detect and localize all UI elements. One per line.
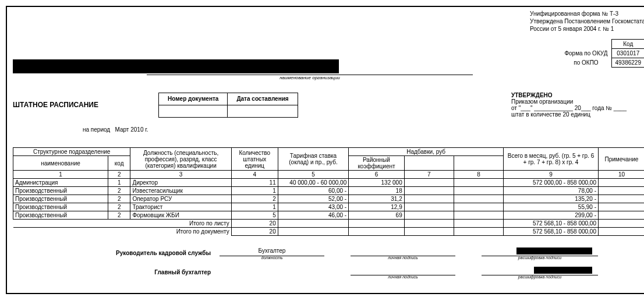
cell-total: 572 000,00 - 858 000,00 (503, 179, 598, 187)
cell-dept: Администрация (13, 179, 108, 187)
hr-label: Руководитель кадровой службы (13, 250, 217, 256)
col-district: Районный коэффициент (349, 156, 405, 171)
cell-dk: 18 (349, 187, 405, 195)
caption-decode: расшифровка подписи (482, 256, 598, 260)
colnum: 8 (454, 171, 503, 179)
redacted-signature (534, 267, 592, 274)
table-row: Производственный2Известегасильщик160,00 … (13, 187, 645, 195)
cell-code: 2 (108, 187, 130, 195)
cell-c7 (404, 187, 454, 195)
col-name: наименование (13, 156, 108, 171)
doc-date-label: Дата составления (228, 93, 298, 105)
colnum: 3 (130, 171, 231, 179)
total-sheet-label: Итого по листу (13, 220, 232, 228)
col-note: Примечание (598, 148, 644, 171)
cell-pos: Директор (130, 179, 231, 187)
table-row: Производственный2Тракторист143,00 -12,95… (13, 203, 645, 211)
caption-position: должность (220, 256, 324, 260)
colnum: 6 (349, 171, 405, 179)
cell-c8 (454, 211, 503, 220)
cell-dk: 31,2 (349, 195, 405, 203)
cell-rate: 43,00 - (278, 203, 348, 211)
col-7 (404, 156, 454, 171)
colnum: 7 (404, 171, 454, 179)
hr-position-field: Бухгалтер должность (220, 248, 324, 256)
cell-total: 78,00 - (503, 187, 598, 195)
acc-label: Главный бухгалтер (13, 269, 217, 275)
period-block: на период Март 2010 г. (83, 126, 644, 133)
cell-note (598, 195, 644, 203)
form-header: Унифицированная форма № Т-3 Утверждена П… (530, 10, 644, 33)
document-form: Унифицированная форма № Т-3 Утверждена П… (6, 6, 644, 294)
colnum: 9 (503, 171, 598, 179)
colnum: 4 (231, 171, 278, 179)
cell-pos: Известегасильщик (130, 187, 231, 195)
doc-num-label: Номер документа (159, 93, 228, 105)
cell-c7 (404, 211, 454, 220)
cell-dk: 132 000 (349, 179, 405, 187)
caption-sign: личная подпись (351, 256, 455, 260)
cell-note (598, 179, 644, 187)
hr-sign-field: личная подпись (351, 248, 455, 256)
colnum: 10 (598, 171, 644, 179)
approval-line: от "___" ____________ 20___ года № ____ (511, 105, 644, 111)
caption-sign: личная подпись (351, 275, 455, 279)
cell-code: 2 (108, 195, 130, 203)
okud-label: Форма по ОКУД (561, 49, 611, 58)
okpo-label: по ОКПО (561, 58, 611, 68)
acc-decode-field: расшифровка подписи (482, 267, 598, 275)
acc-sign-field: личная подпись (351, 267, 455, 275)
cell-dept: Производственный (13, 195, 108, 203)
cell-cnt: 5 (231, 211, 278, 220)
cell-code: 1 (108, 179, 130, 187)
period-label: на период (83, 126, 110, 133)
cell-dept: Производственный (13, 187, 108, 195)
total-doc-val: 572 568,10 - 858 000,00 (503, 228, 598, 236)
table-row: Производственный2Формовщик ЖБИ546,00 -69… (13, 211, 645, 220)
code-header: Код (611, 40, 644, 49)
doc-date-value (228, 105, 298, 117)
cell-note (598, 203, 644, 211)
cell-c7 (404, 195, 454, 203)
total-doc-cnt: 20 (231, 228, 278, 236)
code-block: Код Форма по ОКУД 0301017 по ОКПО 493862… (561, 39, 644, 68)
cell-c8 (454, 195, 503, 203)
doc-title: ШТАТНОЕ РАСПИСАНИЕ (13, 101, 158, 109)
caption-decode: расшифровка подписи (482, 275, 598, 279)
col-8 (454, 156, 503, 171)
colnum: 2 (108, 171, 130, 179)
cell-total: 55,90 - (503, 203, 598, 211)
colnum: 5 (278, 171, 348, 179)
approval-line: штат в количестве 20 единиц (511, 111, 644, 118)
approval-block: УТВЕРЖДЕНО Приказом организации от "___"… (511, 92, 644, 118)
cell-c7 (404, 203, 454, 211)
cell-cnt: 1 (231, 203, 278, 211)
hr-decode-field: расшифровка подписи (482, 248, 598, 256)
total-doc-label: Итого по документу (13, 228, 232, 236)
cell-dk: 12,9 (349, 203, 405, 211)
approval-line: Приказом организации (511, 98, 644, 105)
approval-title: УТВЕРЖДЕНО (511, 92, 644, 98)
total-sheet-val: 572 568,10 - 858 000,00 (503, 220, 598, 228)
cell-dept: Производственный (13, 203, 108, 211)
cell-code: 2 (108, 211, 130, 220)
col-total: Всего в месяц, руб. (гр. 5 + гр. 6 + гр.… (503, 148, 598, 171)
cell-total: 299,00 - (503, 211, 598, 220)
cell-rate: 46,00 - (278, 211, 348, 220)
redacted-org-name (13, 59, 339, 73)
doc-num-value (159, 105, 228, 117)
cell-pos: Оператор РСУ (130, 195, 231, 203)
col-struct: Структурное подразделение (13, 148, 130, 156)
table-row: Администрация1Директор1140 000,00 - 60 0… (13, 179, 645, 187)
colnum: 1 (13, 171, 108, 179)
cell-cnt: 2 (231, 195, 278, 203)
total-sheet-cnt: 20 (231, 220, 278, 228)
okud-value: 0301017 (611, 49, 644, 58)
header-line: России от 5 января 2004 г. № 1 (530, 25, 644, 33)
period-value: Март 2010 г. (115, 126, 148, 133)
col-rate: Тарифная ставка (оклад) и пр., руб. (278, 148, 348, 171)
cell-note (598, 211, 644, 220)
col-code: код (108, 156, 130, 171)
doc-info-table: Номер документа Дата составления (158, 93, 298, 118)
cell-note (598, 187, 644, 195)
